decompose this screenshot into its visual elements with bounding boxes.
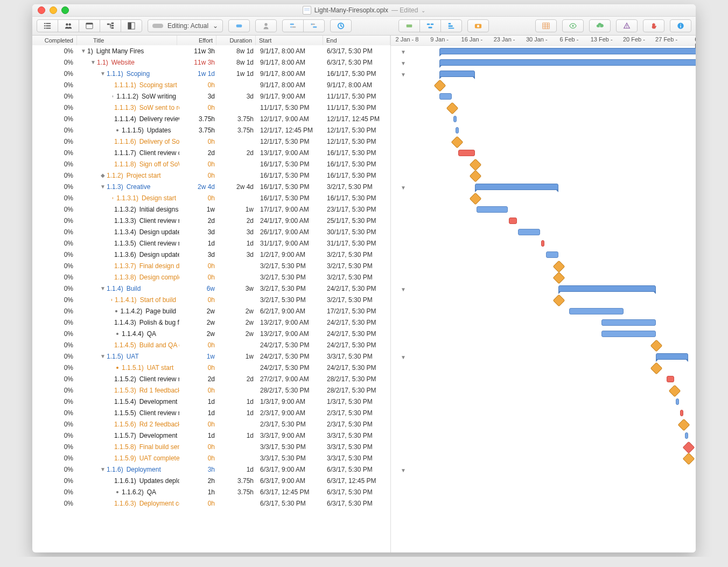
gantt-row[interactable] [391,295,696,306]
cell-title[interactable]: 1.1.1.4)Delivery review [76,115,179,123]
gantt-row[interactable]: ▼ [391,283,696,295]
catch-up-button[interactable] [330,19,352,32]
window-title[interactable]: Light-Many-Firesoplx.oplx — Edited ⌄ [32,6,696,15]
gantt-task-bar[interactable] [667,376,675,382]
gantt-milestone[interactable] [446,102,459,115]
reports-button[interactable] [535,19,557,32]
disclosure-icon[interactable]: ◆ [100,172,106,178]
cell-title[interactable]: 1.1.4.3)Polish & bug fixing [76,319,179,326]
task-row[interactable]: 0%1.1.5.4)Development updates1d1d1/3/17,… [32,396,390,407]
gantt-row[interactable] [391,227,696,238]
col-duration[interactable]: Duration [216,36,256,45]
chevron-down-icon[interactable]: ⌄ [421,8,425,13]
gantt-group-bar[interactable] [439,71,475,77]
cell-title[interactable]: ▼1.1)Website [76,59,179,66]
gantt-milestone[interactable] [470,159,482,171]
gantt-task-bar[interactable] [439,93,452,100]
gantt-task-bar[interactable] [541,240,544,247]
indent-button[interactable] [303,19,325,32]
gantt-row[interactable] [391,396,696,408]
gantt-milestone[interactable] [683,442,695,454]
cell-title[interactable]: 1.1.4.4)QA [76,330,179,338]
gantt-milestone[interactable] [683,453,695,465]
task-row[interactable]: 0%1.1.3.8)Design complete0h3/2/17, 5:30 … [32,271,390,283]
gantt-row[interactable] [391,340,696,351]
level-button[interactable] [440,19,462,32]
gantt-row[interactable] [391,125,696,136]
gantt-row[interactable] [391,328,696,340]
gantt-row[interactable] [391,249,696,261]
cell-title[interactable]: 1.1.1.8)Sign off of SoW [76,160,179,168]
gantt-row[interactable] [391,317,696,328]
gantt-task-bar[interactable] [477,206,508,213]
col-end[interactable]: End [323,36,390,45]
gantt-task-bar[interactable] [509,218,517,224]
task-row[interactable]: 0%1.1.3.3)Client review rd 12d2d24/1/17,… [32,215,390,226]
gantt-row[interactable] [391,170,696,181]
cell-title[interactable]: 1.1.6.2)QA [76,488,179,496]
gantt-row[interactable] [391,136,696,148]
gantt-row[interactable] [391,419,696,430]
gantt-row[interactable] [391,487,696,498]
gantt-row[interactable] [391,80,696,91]
task-row[interactable]: 0%1.1.5.1)UAT start0h24/2/17, 5:30 PM24/… [32,362,390,373]
disclosure-icon[interactable]: ▼ [90,59,96,65]
gantt-milestone[interactable] [553,295,565,307]
view-calendar-button[interactable] [79,19,100,32]
task-row[interactable]: 0%1.1.1.6)Delivery of SoW to client0h12/… [32,136,390,147]
task-row[interactable]: 0%▼1)Light Many Fires11w 3h8w 1d9/1/17, … [32,45,390,57]
gantt-row[interactable] [391,159,696,170]
outdent-button[interactable] [282,19,304,32]
cell-title[interactable]: 1.1.5.3)Rd 1 feedback from client [76,387,179,394]
gantt-row[interactable]: ▼ [391,46,696,57]
gantt-row[interactable]: ▼ [391,57,696,68]
cell-title[interactable]: 1.1.5.9)UAT complete [76,454,179,462]
gantt-milestone[interactable] [650,340,662,352]
task-row[interactable]: 0%1.1.4.3)Polish & bug fixing2w2w13/2/17… [32,317,390,328]
cell-title[interactable]: 1.1.5.1)UAT start [76,364,179,372]
task-row[interactable]: 0%1.1.3.5)Client review rd 21d1d31/1/17,… [32,237,390,249]
gantt-milestone[interactable] [451,136,464,149]
disclosure-icon[interactable]: ▼ [401,286,406,292]
cell-title[interactable]: 1.1.5.5)Client review rd 2 [76,409,179,417]
disclosure-icon[interactable]: ▼ [401,185,406,191]
gantt-task-bar[interactable] [601,331,656,337]
cell-title[interactable]: 1.1.3.4)Design updates [76,228,179,236]
cell-title[interactable]: 1.1.1.1)Scoping start [76,81,179,89]
gantt-task-bar[interactable] [601,319,656,326]
gantt-milestone[interactable] [678,419,690,431]
disclosure-icon[interactable]: ▼ [100,184,106,190]
cell-title[interactable]: 1.1.5.7)Development updates [76,432,179,439]
cell-title[interactable]: 1.1.3.3)Client review rd 1 [76,217,179,225]
disclosure-icon[interactable]: ▼ [100,353,106,359]
gantt-row[interactable] [391,453,696,464]
task-row[interactable]: 0%1.1.5.2)Client review rd 12d2d27/2/17,… [32,373,390,384]
col-completed[interactable]: Completed [32,36,77,45]
gantt-task-bar[interactable] [546,251,558,258]
publish-button[interactable] [562,19,584,32]
gantt-row[interactable] [391,362,696,374]
gantt-pane[interactable]: 2 Jan - 89 Jan -16 Jan -23 Jan -30 Jan -… [391,36,696,552]
task-row[interactable]: 0%1.1.1.3)SoW sent to review team0h11/1/… [32,102,390,113]
gantt-group-bar[interactable] [439,59,696,66]
gantt-row[interactable] [391,204,696,215]
gantt-group-bar[interactable] [439,48,696,54]
cell-title[interactable]: 1.1.6.1)Updates deployed [76,477,179,485]
cell-title[interactable]: 1.1.5.4)Development updates [76,398,179,405]
baseline-button[interactable] [398,19,420,32]
col-title[interactable]: Title [77,36,177,45]
add-task-button[interactable] [228,19,250,32]
cell-title[interactable]: 1.1.1.6)Delivery of SoW to client [76,138,179,145]
gantt-row[interactable] [391,261,696,272]
gantt-row[interactable]: ▼ [391,351,696,362]
snapshot-button[interactable] [467,19,489,32]
cell-title[interactable]: 1.1.1.2)SoW writing [76,93,179,100]
gantt-milestone[interactable] [650,362,662,375]
add-resource-button[interactable] [255,19,277,32]
gantt-task-bar[interactable] [453,116,457,122]
task-row[interactable]: 0%1.1.4.4)QA2w2w13/2/17, 9:00 AM24/2/17,… [32,328,390,339]
task-row[interactable]: 0%1.1.6.2)QA1h3.75h6/3/17, 12:45 PM6/3/1… [32,486,390,498]
disclosure-icon[interactable]: ▼ [401,354,406,360]
cell-title[interactable]: ◆1.1.2)Project start [76,172,179,179]
gantt-row[interactable] [391,385,696,396]
